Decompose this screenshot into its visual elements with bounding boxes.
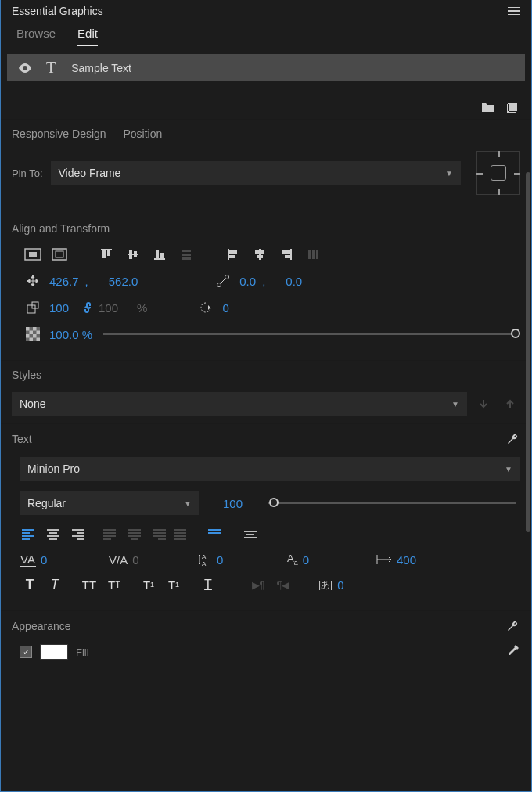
styles-value: None	[20, 398, 45, 410]
wrench-icon[interactable]	[506, 619, 520, 633]
tracking-value[interactable]: 0	[132, 553, 138, 567]
kerning-value[interactable]: 0	[41, 553, 47, 567]
chevron-down-icon: ▼	[505, 465, 512, 473]
tab-stops-icon[interactable]	[240, 526, 261, 543]
distribute-v-icon	[176, 246, 196, 263]
style-push-down-icon	[473, 395, 494, 412]
underline-icon[interactable]: T	[198, 576, 218, 593]
justify-last-right-icon	[148, 526, 168, 543]
appearance-heading: Appearance	[12, 620, 71, 632]
text-layer-icon: T	[46, 59, 56, 77]
font-weight-value: Regular	[27, 497, 66, 509]
svg-text:A: A	[202, 553, 207, 560]
align-bottom-icon[interactable]	[149, 246, 170, 263]
rotation-icon	[196, 299, 216, 316]
text-heading: Text	[12, 433, 32, 445]
tab-edit[interactable]: Edit	[77, 22, 98, 46]
panel-title: Essential Graphics	[12, 5, 103, 17]
align-left-icon[interactable]	[223, 246, 243, 263]
pin-to-dropdown[interactable]: Video Frame ▼	[51, 161, 461, 185]
rotation-value[interactable]: 0	[222, 301, 228, 315]
subscript-icon[interactable]: T1	[164, 576, 184, 593]
eyedropper-icon[interactable]	[506, 645, 520, 659]
style-push-up-icon	[500, 395, 520, 412]
anchor-x[interactable]: 0.0	[239, 275, 256, 288]
link-scale-icon[interactable]	[83, 301, 92, 315]
scale-y-value: 100	[99, 301, 118, 315]
justify-all-icon	[171, 526, 192, 543]
align-center-text-icon[interactable]	[43, 526, 63, 543]
bold-icon[interactable]: T	[20, 576, 40, 593]
panel-menu-icon[interactable]	[508, 7, 520, 16]
text-top-icon[interactable]	[206, 526, 226, 543]
visibility-eye-icon[interactable]	[18, 63, 31, 73]
align-target-frame-icon[interactable]	[49, 246, 70, 263]
tsume-icon	[376, 554, 392, 565]
tsume2-value[interactable]: 0	[337, 578, 343, 592]
chevron-down-icon: ▼	[451, 400, 459, 409]
anchor-y[interactable]: 0.0	[286, 275, 302, 288]
svg-rect-5	[102, 250, 106, 258]
chevron-down-icon: ▼	[445, 169, 453, 178]
position-y[interactable]: 562.0	[109, 275, 138, 288]
leading-value[interactable]: 0	[217, 553, 223, 567]
styles-heading: Styles	[12, 369, 520, 381]
align-vmiddle-icon[interactable]	[123, 246, 143, 263]
tsume-value[interactable]: 400	[397, 553, 416, 567]
pin-to-value: Video Frame	[59, 167, 121, 179]
opacity-slider[interactable]	[103, 333, 516, 335]
font-size-value[interactable]: 100	[223, 497, 243, 510]
svg-rect-39	[30, 338, 34, 342]
new-layer-icon[interactable]	[506, 102, 519, 113]
align-hcenter-icon[interactable]	[250, 246, 270, 263]
position-x[interactable]: 426.7	[49, 275, 79, 288]
svg-rect-26	[312, 250, 315, 259]
align-right-text-icon[interactable]	[66, 526, 87, 543]
anchor-icon	[213, 272, 233, 290]
styles-dropdown[interactable]: None ▼	[12, 392, 467, 416]
svg-rect-25	[308, 250, 311, 259]
scrollbar[interactable]	[526, 172, 530, 532]
svg-rect-8	[129, 250, 132, 259]
opacity-icon	[23, 326, 43, 343]
opacity-value[interactable]: 100.0 %	[49, 328, 92, 341]
allcaps-icon[interactable]: TT	[79, 576, 99, 593]
svg-rect-33	[26, 327, 30, 331]
svg-rect-34	[33, 327, 37, 331]
baseline-value[interactable]: 0	[303, 553, 309, 567]
fill-swatch[interactable]	[40, 644, 68, 660]
fill-label: Fill	[76, 646, 89, 658]
new-folder-icon[interactable]	[481, 102, 495, 113]
align-top-icon[interactable]	[96, 246, 117, 263]
pin-target-widget[interactable]	[476, 151, 520, 195]
align-right-icon[interactable]	[276, 246, 297, 263]
align-left-text-icon[interactable]	[20, 526, 40, 543]
font-size-slider[interactable]	[268, 502, 516, 504]
scale-value[interactable]: 100	[49, 301, 69, 315]
align-target-clip-icon[interactable]	[23, 246, 43, 263]
svg-text:A: A	[202, 560, 207, 567]
justify-last-center-icon	[124, 526, 145, 543]
svg-rect-37	[26, 334, 30, 338]
wrench-icon[interactable]	[506, 432, 520, 446]
svg-rect-2	[52, 249, 66, 260]
layer-row[interactable]: T Sample Text	[7, 54, 525, 81]
svg-rect-18	[229, 255, 235, 258]
baseline-icon: Aa	[287, 553, 298, 567]
font-family-dropdown[interactable]: Minion Pro ▼	[20, 457, 520, 481]
svg-rect-35	[30, 331, 34, 335]
layer-name[interactable]: Sample Text	[71, 62, 131, 74]
smallcaps-icon[interactable]: TT	[104, 576, 124, 593]
ltr-icon: ▶¶	[248, 576, 268, 593]
leading-icon: AA	[198, 553, 212, 567]
fill-checkbox[interactable]: ✓	[20, 646, 32, 658]
tab-browse[interactable]: Browse	[16, 22, 56, 46]
superscript-icon[interactable]: T1	[138, 576, 159, 593]
font-weight-dropdown[interactable]: Regular ▼	[20, 491, 200, 515]
italic-icon[interactable]: T	[45, 576, 65, 593]
svg-rect-1	[29, 252, 37, 257]
svg-rect-20	[255, 250, 264, 254]
svg-rect-10	[154, 258, 165, 260]
svg-rect-3	[56, 251, 63, 257]
svg-rect-30	[27, 305, 35, 313]
